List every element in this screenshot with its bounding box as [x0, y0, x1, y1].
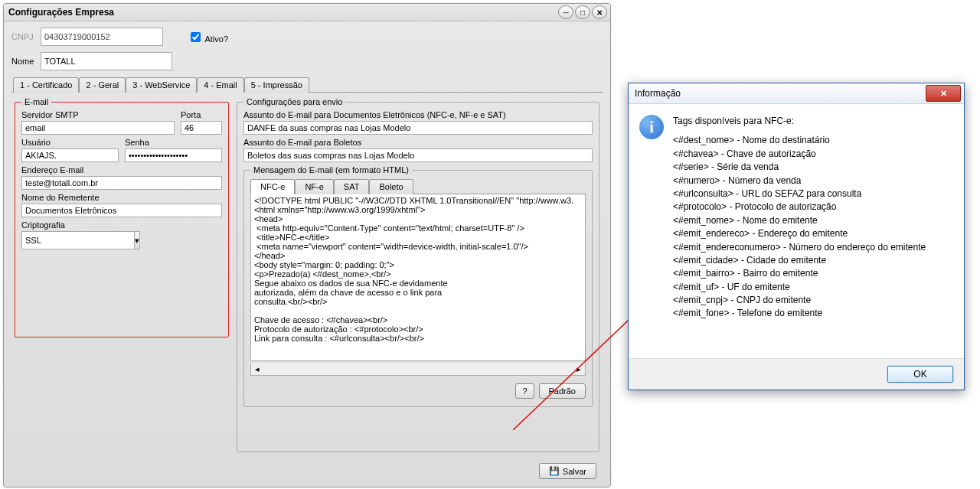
tag-item: <#emit_fone> - Telefone do emitente: [673, 307, 926, 320]
scroll-right-icon[interactable]: ▸: [573, 364, 585, 374]
tag-item: <#emit_endereconumero> - Número do ender…: [673, 241, 926, 254]
tag-item: <#protocolo> - Protocolo de autorização: [673, 200, 926, 214]
info-dialog: Informação ✕ i Tags disponíveis para NFC…: [628, 83, 965, 390]
usuario-label: Usuário: [21, 138, 119, 147]
inner-tab-sat[interactable]: SAT: [334, 179, 370, 194]
cripto-select[interactable]: [21, 231, 134, 249]
minimize-button[interactable]: ─: [558, 5, 573, 19]
salvar-label: Salvar: [563, 467, 586, 476]
assunto-doc-input[interactable]: [243, 121, 593, 135]
cripto-label: Criptografia: [21, 220, 222, 230]
info-title: Informação: [635, 88, 681, 99]
porta-input[interactable]: [181, 121, 222, 135]
tag-item: <#emit_endereco> - Endereço do emitente: [673, 227, 926, 240]
window-title: Configurações Empresa: [8, 7, 114, 18]
inner-tabs: NFC-e NF-e SAT Boleto: [250, 178, 586, 194]
tag-item: <#emit_cidade> - Cidade do emitente: [673, 254, 926, 267]
ok-button[interactable]: OK: [887, 366, 953, 383]
main-window: Configurações Empresa ─ □ ✕ CNPJ Ativo? …: [3, 3, 611, 487]
maximize-button[interactable]: □: [575, 5, 590, 19]
info-close-button[interactable]: ✕: [926, 85, 961, 102]
tag-item: <#emit_cnpj> - CNPJ do emitente: [673, 294, 926, 307]
tag-item: <#emit_bairro> - Bairro do emitente: [673, 267, 926, 280]
salvar-button[interactable]: 💾 Salvar: [539, 463, 596, 479]
mensagem-legend: Mensagem do E-mail (em formato HTML): [250, 165, 412, 174]
info-titlebar: Informação ✕: [629, 83, 964, 104]
senha-input[interactable]: [125, 148, 222, 162]
info-icon: i: [639, 115, 664, 139]
email-legend: E-mail: [21, 97, 51, 106]
tag-item: <#chavea> - Chave de autorização: [673, 148, 926, 161]
envio-legend: Configurações para envio: [243, 97, 345, 106]
ativo-label: Ativo?: [204, 34, 228, 44]
tag-item: <#emit_uf> - UF do emitente: [673, 281, 926, 294]
close-button[interactable]: ✕: [592, 5, 607, 19]
inner-tab-boleto[interactable]: Boleto: [369, 179, 413, 194]
endereco-label: Endereço E-mail: [21, 165, 222, 174]
help-button[interactable]: ?: [515, 383, 534, 399]
tag-item: <#urlconsulta> - URL do SEFAZ para consu…: [673, 187, 926, 200]
ativo-checkbox-wrap[interactable]: Ativo?: [188, 30, 228, 44]
padrao-button[interactable]: Padrão: [539, 383, 586, 399]
tag-item: <#emit_nome> - Nome do emitente: [673, 214, 926, 227]
servidor-label: Servidor SMTP: [21, 110, 175, 119]
inner-tab-nfe[interactable]: NF-e: [295, 179, 333, 194]
assunto-boleto-input[interactable]: [243, 148, 593, 162]
html-body-textarea[interactable]: [250, 194, 586, 361]
tab-impressao[interactable]: 5 - Impressão: [244, 77, 309, 93]
cnpj-field[interactable]: [41, 28, 163, 46]
remetente-input[interactable]: [21, 204, 222, 217]
remetente-label: Nome do Remetente: [21, 193, 222, 202]
tab-certificado[interactable]: 1 - Certificado: [13, 77, 79, 93]
envio-fieldset: Configurações para envio Assunto do E-ma…: [237, 102, 599, 452]
save-icon: 💾: [549, 466, 560, 476]
horizontal-scrollbar[interactable]: ◂ ▸: [250, 363, 586, 376]
tag-item: <#serie> - Série da venda: [673, 161, 926, 174]
tab-geral[interactable]: 2 - Geral: [79, 77, 126, 93]
ativo-checkbox[interactable]: [191, 32, 201, 42]
main-tabs: 1 - Certificado 2 - Geral 3 - WebService…: [11, 77, 603, 93]
tag-item: <#numero> - Número da venda: [673, 174, 926, 187]
nome-label: Nome: [11, 57, 36, 66]
endereco-input[interactable]: [21, 176, 222, 190]
scroll-left-icon[interactable]: ◂: [251, 364, 263, 374]
tag-list: <#dest_nome> - Nome do destinatário<#cha…: [673, 134, 926, 320]
info-text: Tags disponíveis para NFC-e: <#dest_nome…: [673, 115, 926, 352]
titlebar: Configurações Empresa ─ □ ✕: [4, 4, 610, 21]
info-heading: Tags disponíveis para NFC-e:: [673, 115, 926, 128]
tab-email[interactable]: 4 - Email: [197, 77, 243, 93]
email-fieldset: E-mail Servidor SMTP Porta U: [15, 102, 229, 337]
mensagem-fieldset: Mensagem do E-mail (em formato HTML) NFC…: [243, 170, 593, 407]
chevron-down-icon[interactable]: ▾: [134, 231, 140, 249]
assunto-doc-label: Assunto do E-mail para Documentos Eletrô…: [243, 110, 593, 119]
tag-item: <#dest_nome> - Nome do destinatário: [673, 134, 926, 147]
tab-webservice[interactable]: 3 - WebService: [126, 77, 197, 93]
assunto-boleto-label: Assunto do E-mail para Boletos: [243, 138, 593, 147]
servidor-input[interactable]: [21, 121, 175, 135]
nome-field[interactable]: [41, 52, 172, 70]
inner-tab-nfce[interactable]: NFC-e: [250, 179, 295, 194]
usuario-input[interactable]: [21, 148, 119, 162]
senha-label: Senha: [125, 138, 222, 147]
cnpj-label: CNPJ: [11, 32, 36, 41]
porta-label: Porta: [181, 110, 222, 119]
